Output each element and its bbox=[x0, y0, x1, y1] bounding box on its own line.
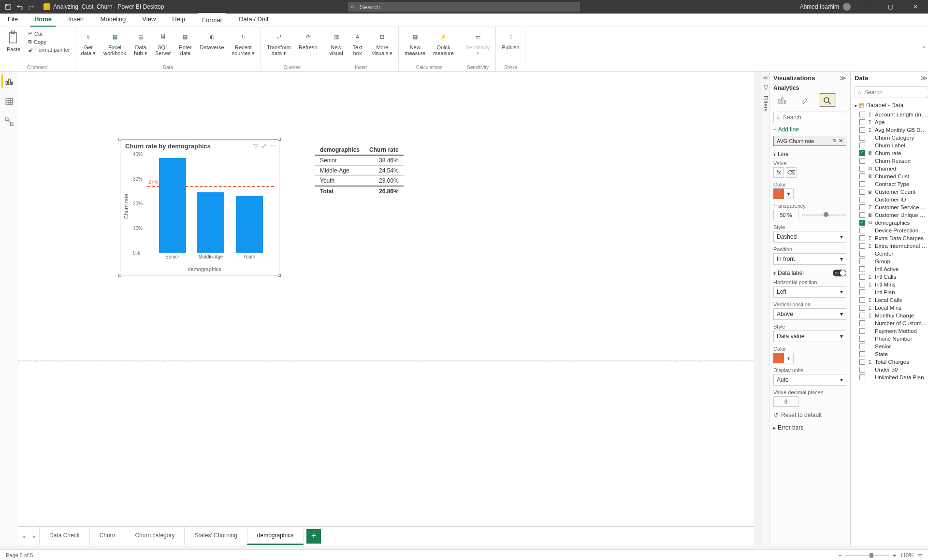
expand-filters-icon[interactable]: ≪ bbox=[763, 74, 769, 81]
report-canvas[interactable]: Churn rate by demographics ▽ ⤢ ⋯ Churn r… bbox=[18, 72, 754, 361]
position-dropdown[interactable]: In front▾ bbox=[773, 253, 846, 265]
build-visual-tab[interactable] bbox=[774, 93, 792, 107]
page-tab[interactable]: Churn category bbox=[125, 527, 185, 545]
more-options-icon[interactable]: ⋯ bbox=[270, 143, 276, 149]
field-row[interactable]: Intl Plan bbox=[851, 288, 928, 296]
focus-mode-icon[interactable]: ⤢ bbox=[261, 143, 266, 149]
field-checkbox[interactable] bbox=[859, 228, 865, 233]
cut-button[interactable]: ✂Cut bbox=[28, 30, 70, 37]
field-row[interactable]: ⧉demographics bbox=[851, 219, 928, 227]
field-row[interactable]: Contract Type bbox=[851, 180, 928, 188]
dataverse-button[interactable]: ◐Dataverse bbox=[199, 29, 225, 51]
section-data-label[interactable]: Data label On bbox=[769, 267, 850, 277]
zoom-control[interactable]: − + 110% ▭ bbox=[839, 552, 922, 558]
field-checkbox[interactable] bbox=[859, 328, 865, 334]
field-checkbox[interactable] bbox=[859, 220, 865, 226]
field-row[interactable]: ΣIntl Mins bbox=[851, 281, 928, 288]
data-search-input[interactable] bbox=[864, 89, 928, 96]
field-checkbox[interactable] bbox=[859, 173, 865, 179]
filters-collapsed-rail[interactable]: ≪ ▽ Filters bbox=[762, 72, 769, 546]
field-row[interactable]: 🖩Customer Count bbox=[851, 188, 928, 196]
field-row[interactable]: 🖩Customer Unique Count bbox=[851, 211, 928, 219]
menu-insert[interactable]: Insert bbox=[64, 13, 88, 27]
field-checkbox[interactable] bbox=[859, 274, 865, 280]
data-view-button[interactable] bbox=[2, 95, 16, 108]
field-row[interactable]: ΣAvg Monthly GB Download bbox=[851, 126, 928, 134]
ribbon-collapse-button[interactable]: ˄ bbox=[919, 27, 928, 71]
refresh-button[interactable]: ⟳Refresh bbox=[298, 29, 319, 51]
field-checkbox[interactable] bbox=[859, 135, 865, 141]
field-checkbox[interactable] bbox=[859, 336, 865, 342]
vpos-dropdown[interactable]: Above▾ bbox=[773, 308, 846, 320]
hpos-dropdown[interactable]: Left▾ bbox=[773, 286, 846, 298]
viz-search[interactable]: ⌕ bbox=[773, 112, 846, 123]
col-header[interactable]: demographics bbox=[315, 145, 364, 155]
field-row[interactable]: ΣExtra International Charges bbox=[851, 242, 928, 250]
minimize-button[interactable]: — bbox=[855, 0, 876, 14]
decimal-places-input[interactable]: 0 bbox=[773, 396, 798, 407]
field-row[interactable]: Payment Method bbox=[851, 327, 928, 335]
resize-handle-icon[interactable] bbox=[278, 274, 281, 277]
field-row[interactable]: ΣAge bbox=[851, 118, 928, 126]
field-row[interactable]: Group bbox=[851, 258, 928, 265]
field-checkbox[interactable] bbox=[859, 189, 865, 195]
model-view-button[interactable] bbox=[2, 115, 16, 129]
bar[interactable] bbox=[159, 158, 186, 253]
line-color-picker[interactable]: ▾ bbox=[773, 188, 846, 199]
page-prev-button[interactable]: ◂ bbox=[18, 533, 29, 540]
zoom-out-button[interactable]: − bbox=[839, 552, 841, 558]
menu-home[interactable]: Home bbox=[30, 13, 56, 27]
field-row[interactable]: Customer ID bbox=[851, 196, 928, 203]
field-checkbox[interactable] bbox=[859, 112, 865, 117]
field-checkbox[interactable] bbox=[859, 150, 865, 156]
filter-icon[interactable]: ▽ bbox=[253, 143, 258, 149]
field-row[interactable]: Gender bbox=[851, 250, 928, 258]
field-checkbox[interactable] bbox=[859, 243, 865, 249]
field-checkbox[interactable] bbox=[859, 359, 865, 365]
section-error-bars[interactable]: Error bars bbox=[769, 421, 850, 432]
titlebar-search-input[interactable] bbox=[348, 2, 580, 12]
collapse-viz-pane-button[interactable]: ≫ bbox=[840, 74, 846, 82]
resize-handle-icon[interactable] bbox=[118, 138, 121, 141]
add-page-button[interactable]: + bbox=[306, 529, 321, 544]
field-checkbox[interactable] bbox=[859, 282, 865, 287]
publish-button[interactable]: ⇧Publish bbox=[501, 29, 520, 51]
field-checkbox[interactable] bbox=[859, 119, 865, 125]
field-row[interactable]: 🖩Churned Cust bbox=[851, 172, 928, 180]
field-checkbox[interactable] bbox=[859, 305, 865, 311]
data-hub-button[interactable]: ▤Data hub ▾ bbox=[133, 29, 148, 57]
data-search[interactable]: ⌕ bbox=[855, 86, 928, 98]
field-row[interactable]: Phone Number bbox=[851, 335, 928, 343]
maximize-button[interactable]: ▢ bbox=[880, 0, 901, 14]
report-view-button[interactable] bbox=[1, 74, 15, 88]
page-tab[interactable]: demographics bbox=[247, 527, 304, 545]
field-checkbox[interactable] bbox=[859, 258, 865, 264]
transparency-value-input[interactable]: 50 % bbox=[773, 210, 798, 220]
format-visual-tab[interactable] bbox=[797, 93, 814, 107]
undo-icon[interactable] bbox=[16, 3, 23, 10]
field-checkbox[interactable] bbox=[859, 143, 865, 148]
field-checkbox[interactable] bbox=[859, 197, 865, 202]
paste-button[interactable]: Paste bbox=[5, 29, 22, 53]
dunits-dropdown[interactable]: Auto▾ bbox=[773, 374, 846, 386]
field-checkbox[interactable] bbox=[859, 204, 865, 210]
new-measure-button[interactable]: ▦New measure bbox=[404, 29, 426, 57]
section-line[interactable]: Line bbox=[769, 148, 850, 158]
clear-value-button[interactable]: ⌫ bbox=[786, 167, 797, 178]
menu-modeling[interactable]: Modeling bbox=[97, 13, 130, 27]
new-visual-button[interactable]: ▥New visual bbox=[328, 29, 344, 57]
zoom-in-button[interactable]: + bbox=[893, 552, 896, 558]
zoom-thumb[interactable] bbox=[870, 553, 873, 558]
page-tab[interactable]: Data Check bbox=[39, 527, 90, 545]
field-row[interactable]: Churn Category bbox=[851, 134, 928, 142]
data-label-color-picker[interactable]: ▾ bbox=[773, 353, 846, 363]
field-row[interactable]: ΣTotal Charges bbox=[851, 358, 928, 366]
analytics-tab[interactable] bbox=[819, 93, 836, 107]
field-checkbox[interactable] bbox=[859, 367, 865, 373]
field-row[interactable]: ΣLocal Calls bbox=[851, 296, 928, 304]
text-box-button[interactable]: AText box bbox=[350, 29, 365, 57]
field-row[interactable]: Unlimited Data Plan bbox=[851, 373, 928, 381]
field-checkbox[interactable] bbox=[859, 374, 865, 380]
menu-file[interactable]: File bbox=[4, 13, 22, 27]
chart-visual[interactable]: Churn rate by demographics ▽ ⤢ ⋯ Churn r… bbox=[120, 139, 279, 275]
